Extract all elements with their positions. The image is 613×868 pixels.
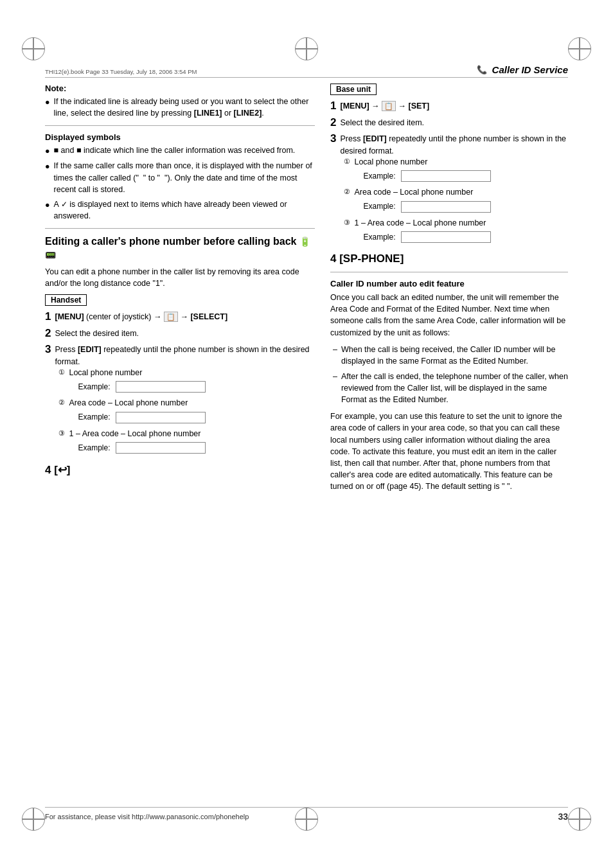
- base-step-1: 1 [MENU] → 📋 → [SET]: [330, 100, 568, 112]
- base-sub-1: ① Local phone number Example:: [344, 157, 568, 185]
- base-sub-2: ② Area code – Local phone number Example…: [344, 187, 568, 215]
- editing-heading: Editing a caller's phone number before c…: [45, 235, 315, 262]
- example-row-1: Example:: [78, 381, 205, 393]
- dash-item-1: – When the call is being received, the C…: [330, 344, 568, 367]
- footer: For assistance, please visit http://www.…: [45, 807, 568, 822]
- divider-2: [45, 228, 315, 229]
- corner-tm-icon: [295, 37, 318, 60]
- base-step-3: 3 Press [EDIT] repeatedly until the phon…: [330, 133, 568, 248]
- bullet-dot-1: ●: [45, 96, 50, 119]
- header: 📞 Caller ID Service: [45, 64, 568, 78]
- example-row-2: Example:: [78, 412, 205, 423]
- corner-tl-icon: [22, 37, 45, 60]
- divider-1: [45, 125, 315, 126]
- handset-step-3: 3 Press [EDIT] repeatedly until the phon…: [45, 344, 315, 459]
- base-sub-3: ③ 1 – Area code – Local phone number Exa…: [344, 218, 568, 246]
- displayed-bullet-1: ● ■ and ■ indicate which line the caller…: [45, 145, 315, 157]
- base-example-row-1: Example:: [363, 170, 490, 182]
- page: THI12(e).book Page 33 Tuesday, July 18, …: [0, 0, 613, 868]
- base-step-4: 4 [SP-PHONE]: [330, 252, 568, 265]
- left-column: Note: ● If the indicated line is already…: [45, 78, 315, 810]
- editing-body: You can edit a phone number in the calle…: [45, 266, 315, 289]
- corner-bl-icon: [22, 808, 45, 831]
- example-box-3: [116, 442, 206, 454]
- base-example-box-1: [401, 170, 491, 182]
- base-example-row-3: Example:: [363, 231, 490, 243]
- handset-sub-1: ① Local phone number Example:: [58, 368, 315, 396]
- caller-id-body-1: Once you call back an edited number, the…: [330, 292, 568, 339]
- base-step-2: 2 Select the desired item.: [330, 117, 568, 129]
- footer-text: For assistance, please visit http://www.…: [45, 813, 249, 820]
- example-box-1: [116, 381, 206, 393]
- base-unit-label: Base unit: [330, 84, 568, 100]
- example-box-2: [116, 412, 206, 423]
- right-column: Base unit 1 [MENU] → 📋 → [SET] 2 Select …: [330, 78, 568, 810]
- handset-step-2: 2 Select the desired item.: [45, 328, 315, 340]
- base-example-box-3: [401, 231, 491, 243]
- handset-step-4: 4 [↩]: [45, 463, 315, 477]
- corner-tr-icon: [568, 37, 591, 60]
- base-example-row-2: Example:: [363, 201, 490, 213]
- main-content: Note: ● If the indicated line is already…: [45, 78, 568, 810]
- page-number: 33: [558, 811, 568, 822]
- displayed-bullet-3: ● A ✓ is displayed next to items which h…: [45, 199, 315, 222]
- displayed-bullet-2: ● If the same caller calls more than onc…: [45, 160, 315, 195]
- base-example-box-2: [401, 201, 491, 213]
- handset-sub-3: ③ 1 – Area code – Local phone number Exa…: [58, 429, 315, 457]
- displayed-symbols-heading: Displayed symbols: [45, 132, 315, 142]
- handset-label: Handset: [45, 294, 315, 311]
- caller-id-heading: Caller ID number auto edit feature: [330, 279, 568, 288]
- base-sub-items: ① Local phone number Example: ②: [344, 157, 568, 246]
- note-label: Note:: [45, 84, 315, 93]
- handset-step-1: 1 [MENU] (center of joystick) → 📋 → [SEL…: [45, 311, 315, 323]
- header-title: Caller ID Service: [492, 64, 568, 75]
- handset-sub-2: ② Area code – Local phone number Example…: [58, 398, 315, 426]
- corner-br-icon: [568, 808, 591, 831]
- caller-id-body-2: For example, you can use this feature to…: [330, 411, 568, 492]
- header-icon: 📞: [477, 65, 487, 75]
- example-row-3: Example:: [78, 442, 205, 454]
- note-bullet-1: ● If the indicated line is already being…: [45, 96, 315, 119]
- dash-item-2: – After the call is ended, the telephone…: [330, 371, 568, 405]
- handset-sub-items: ① Local phone number Example: ②: [58, 368, 315, 457]
- divider-right-1: [330, 272, 568, 272]
